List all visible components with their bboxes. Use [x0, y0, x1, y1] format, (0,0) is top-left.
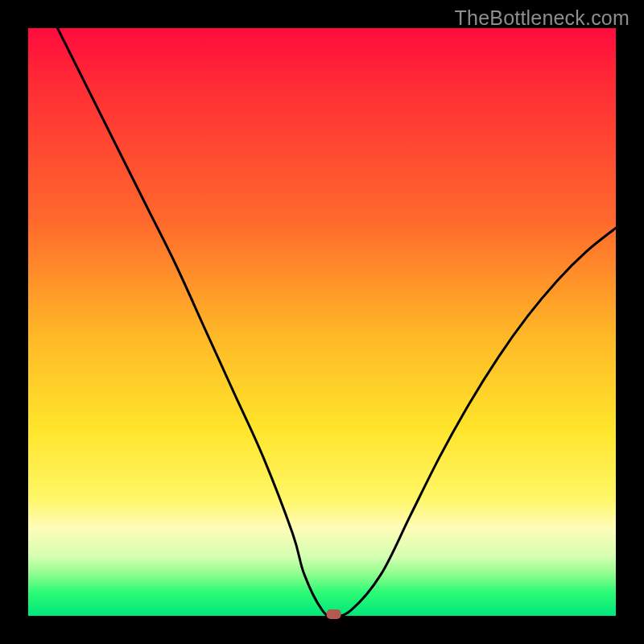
plot-area	[28, 28, 616, 616]
chart-frame: TheBottleneck.com	[0, 0, 644, 644]
watermark-text: TheBottleneck.com	[455, 6, 630, 30]
bottleneck-curve	[58, 28, 617, 616]
curve-layer	[28, 28, 616, 616]
curve-marker	[327, 609, 341, 619]
